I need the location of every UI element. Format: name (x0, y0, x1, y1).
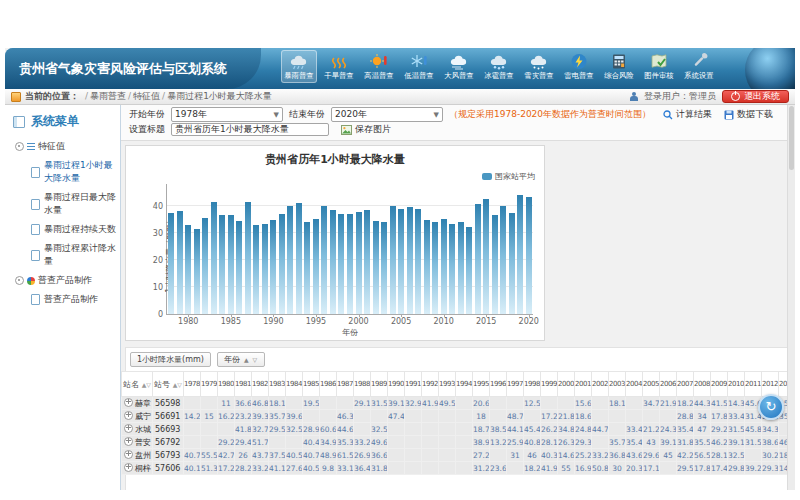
value-cell: 38.5 (490, 423, 507, 436)
nav-item-cold[interactable]: 低温普查 (401, 50, 437, 83)
value-cell (456, 397, 473, 410)
station-name-cell[interactable]: 赫章 (125, 397, 153, 410)
bar-1985 (228, 215, 234, 314)
value-cell: 29.5 (677, 462, 694, 475)
nav-item-heat[interactable]: 高温普查 (361, 50, 397, 83)
value-cell (388, 449, 405, 462)
value-cell: 43.6 (626, 449, 643, 462)
value-cell: 44.1 (507, 423, 524, 436)
value-cell: 14.2 (184, 410, 201, 423)
nav-item-hail[interactable]: 冰雹普查 (481, 50, 517, 83)
scrollbar-thumb[interactable] (789, 106, 794, 170)
tree-leaf-item[interactable]: 暴雨过程日最大降水量 (5, 188, 120, 220)
column-header-station[interactable]: 站名 ▲▽ (125, 372, 153, 397)
bar-1990 (270, 220, 276, 314)
nav-item-composite-risk[interactable]: 综合风险 (601, 50, 637, 83)
bar-1987 (245, 202, 251, 314)
app-title: 贵州省气象灾害风险评估与区划系统 (5, 48, 261, 89)
bar-1999 (347, 214, 353, 314)
column-header-id[interactable]: 站号 ▲▽ (153, 372, 184, 397)
expand-icon[interactable] (125, 450, 133, 459)
value-cell: 35.5 (694, 436, 711, 449)
main-panel: 开始年份 1978年▼ 结束年份 2020年▼ （规定采用1978-2020年数… (121, 105, 795, 490)
settings-icon (682, 53, 716, 70)
nav-item-map-review[interactable]: 图件审核 (641, 50, 677, 83)
nav-item-label: 综合风险 (603, 70, 634, 80)
x-tick-label: 2020 (519, 317, 539, 326)
bar-chart: 1小时降水量（mm） 年份 01020304019801985199019952… (166, 184, 533, 315)
vertical-scrollbar[interactable] (787, 105, 795, 490)
chart-legend[interactable]: 国家站平均 (482, 171, 535, 182)
value-cell: 42.2 (677, 449, 694, 462)
bar-1982 (202, 218, 208, 314)
tree-expand-icon[interactable] (15, 276, 24, 285)
tree-expand-icon[interactable] (15, 142, 24, 151)
column-header-year: 2012 (762, 372, 779, 397)
logout-button[interactable]: 退出系统 (722, 90, 789, 103)
bar-2003 (381, 222, 387, 314)
calculate-button[interactable]: 计算结果 (663, 108, 712, 121)
value-cell: 40.7 (184, 449, 201, 462)
save-image-button[interactable]: 保存图片 (341, 123, 391, 136)
x-tick-label: 2005 (391, 317, 411, 326)
station-name-cell[interactable]: 桐梓 (125, 462, 153, 475)
expand-icon[interactable] (125, 424, 133, 433)
measure-chip[interactable]: 1小时降水量(mm) (130, 352, 211, 367)
value-cell: 29.2 (711, 423, 728, 436)
breadcrumb-link[interactable]: 暴雨普查 (90, 91, 126, 101)
tree-leaf-item[interactable]: 暴雨过程持续天数 (5, 220, 120, 239)
station-name-cell[interactable]: 威宁 (125, 410, 153, 423)
filter-panel: 开始年份 1978年▼ 结束年份 2020年▼ （规定采用1978-2020年数… (121, 105, 795, 141)
bar-1979 (177, 211, 183, 314)
user-box: 登录用户：管理员 退出系统 (630, 90, 789, 103)
download-button[interactable]: 数据下载 (724, 108, 773, 121)
expand-icon[interactable] (125, 411, 133, 420)
value-cell (422, 462, 439, 475)
tree-leaf-label: 暴雨过程累计降水量 (44, 242, 120, 268)
station-name-cell[interactable]: 普安 (125, 436, 153, 449)
expand-icon[interactable] (125, 463, 133, 472)
station-name-cell[interactable]: 盘州 (125, 449, 153, 462)
tree-leaf-item[interactable]: 普查产品制作 (5, 290, 120, 309)
value-cell: 35.7 (609, 436, 626, 449)
tree-leaf-current[interactable]: 暴雨过程1小时最大降水量 (5, 156, 120, 188)
app-window: 贵州省气象灾害风险评估与区划系统 暴雨普查干旱普查高温普查低温普查大风普查冰雹普… (5, 48, 795, 490)
tree-node[interactable]: 普查产品制作 (5, 271, 120, 290)
value-cell: 36.4 (354, 462, 371, 475)
value-cell: 29.8 (728, 462, 745, 475)
chart-title-label: 设置标题 (129, 123, 165, 136)
value-cell: 18.1 (269, 397, 286, 410)
nav-item-drought[interactable]: 干旱普查 (321, 50, 357, 83)
year-chip[interactable]: 年份▲ ▽ (217, 352, 265, 367)
nav-item-label: 高温普查 (363, 70, 394, 80)
value-cell (456, 410, 473, 423)
breadcrumb: /暴雨普查/特征值/暴雨过程1小时最大降水量 (83, 90, 272, 103)
value-cell: 13.2 (490, 436, 507, 449)
bar-1996 (321, 206, 327, 314)
earth-graphic (717, 48, 795, 89)
nav-item-lightning[interactable]: 雷电普查 (561, 50, 597, 83)
breadcrumb-link[interactable]: 特征值 (133, 91, 160, 101)
legend-swatch (482, 173, 492, 180)
station-name-cell[interactable]: 水城 (125, 423, 153, 436)
breadcrumb-link[interactable]: 暴雨过程1小时最大降水量 (167, 91, 272, 101)
nav-item-wind[interactable]: 大风普查 (441, 50, 477, 83)
tree-leaf-item[interactable]: 暴雨过程累计降水量 (5, 239, 120, 271)
nav-item-snow[interactable]: 雪灾普查 (521, 50, 557, 83)
tree-node[interactable]: 特征值 (5, 137, 120, 156)
nav-item-rainstorm[interactable]: 暴雨普查 (281, 50, 317, 83)
expand-icon[interactable] (125, 398, 133, 407)
value-cell: 45 (660, 449, 677, 462)
value-cell (303, 410, 320, 423)
end-year-select[interactable]: 2020年▼ (331, 107, 443, 122)
chart-title-input[interactable] (171, 123, 329, 136)
start-year-select[interactable]: 1978年▼ (171, 107, 283, 122)
expand-icon[interactable] (125, 437, 133, 446)
value-cell: 42.7 (218, 449, 235, 462)
value-cell (388, 423, 405, 436)
refresh-fab[interactable]: ↻ (758, 394, 784, 420)
nav-item-settings[interactable]: 系统设置 (681, 50, 717, 83)
bar-1978 (168, 213, 174, 314)
value-cell: 29.2 (218, 436, 235, 449)
user-icon (630, 92, 638, 101)
